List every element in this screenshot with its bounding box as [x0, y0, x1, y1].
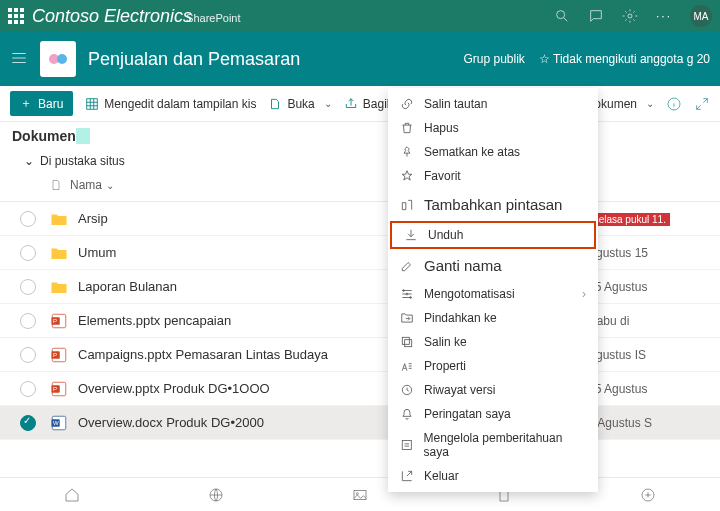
- select-circle[interactable]: [20, 347, 36, 363]
- svg-point-1: [628, 14, 632, 18]
- context-menu: Salin tautanHapusSematkan ke atasFavorit…: [388, 88, 598, 492]
- new-button[interactable]: ＋ Baru: [10, 91, 73, 116]
- site-header: Penjualan dan Pemasaran Grup publik ☆ Ti…: [0, 32, 720, 86]
- file-modified: Rabu di: [588, 314, 708, 328]
- library-title-row: Dokumen: [0, 122, 720, 150]
- svg-rect-26: [354, 490, 366, 499]
- menu-item-exit[interactable]: Keluar: [388, 464, 598, 488]
- svg-point-27: [356, 492, 358, 494]
- site-logo[interactable]: [40, 41, 76, 77]
- app-launcher-icon[interactable]: [8, 8, 24, 24]
- avatar[interactable]: MA: [690, 5, 712, 27]
- open-button[interactable]: Buka⌄: [268, 97, 331, 111]
- file-row[interactable]: WOverview.docx Produk DG•20001 Agustus S: [0, 406, 720, 440]
- menu-item-trash[interactable]: Hapus: [388, 116, 598, 140]
- file-row[interactable]: ArsipSelasa pukul 11.: [0, 202, 720, 236]
- edit-grid-button[interactable]: Mengedit dalam tampilan kis: [85, 97, 256, 111]
- add-icon[interactable]: [640, 487, 656, 503]
- menu-item-rename[interactable]: Ganti nama: [388, 249, 598, 282]
- select-circle[interactable]: [20, 279, 36, 295]
- command-bar: ＋ Baru Mengedit dalam tampilan kis Buka⌄…: [0, 86, 720, 122]
- select-circle[interactable]: [20, 211, 36, 227]
- file-type-column[interactable]: [50, 178, 70, 195]
- menu-label: Tambahkan pintasan: [424, 196, 562, 213]
- select-circle[interactable]: [20, 313, 36, 329]
- menu-label: Salin ke: [424, 335, 467, 349]
- menu-label: Unduh: [428, 228, 463, 242]
- menu-item-history[interactable]: Riwayat versi: [388, 378, 598, 402]
- svg-point-0: [557, 11, 565, 19]
- menu-item-link[interactable]: Salin tautan: [388, 92, 598, 116]
- menu-item-alert[interactable]: Peringatan saya: [388, 402, 598, 426]
- svg-text:W: W: [53, 420, 59, 426]
- menu-label: Riwayat versi: [424, 383, 495, 397]
- svg-rect-24: [402, 440, 411, 449]
- column-header-row: Nama⌄ Diubah + Tambah kolom: [0, 172, 720, 202]
- menu-label: Properti: [424, 359, 466, 373]
- file-list: ArsipSelasa pukul 11.UmumAgustus 15Lapor…: [0, 202, 720, 440]
- site-title: Penjualan dan Pemasaran: [88, 49, 452, 70]
- nav-toggle-icon[interactable]: [10, 49, 28, 70]
- globe-icon[interactable]: [208, 487, 224, 503]
- menu-label: Mengelola pemberitahuan saya: [424, 431, 586, 459]
- file-modified: Agustus IS: [588, 348, 708, 362]
- brand-title: Contoso ElectronicsSharePoint: [32, 6, 554, 27]
- library-title: Dokumen: [12, 128, 90, 144]
- menu-label: Keluar: [424, 469, 459, 483]
- menu-item-manage[interactable]: Mengelola pemberitahuan saya: [388, 426, 598, 464]
- file-modified: 1 Agustus S: [588, 416, 708, 430]
- svg-text:P: P: [53, 386, 57, 392]
- menu-item-move[interactable]: Pindahkan ke: [388, 306, 598, 330]
- file-row[interactable]: PElements.pptx pencapaianRabu di: [0, 304, 720, 338]
- file-modified: 15 Agustus: [588, 382, 708, 396]
- menu-label: Salin tautan: [424, 97, 487, 111]
- tree-node[interactable]: ⌄ Di pustaka situs: [0, 150, 720, 172]
- menu-item-flow[interactable]: Mengotomatisasi›: [388, 282, 598, 306]
- svg-point-3: [57, 54, 67, 64]
- menu-item-star[interactable]: Favorit: [388, 164, 598, 188]
- svg-rect-4: [87, 98, 98, 109]
- chat-icon[interactable]: [588, 8, 604, 24]
- file-modified: 15 Agustus: [588, 280, 708, 294]
- menu-item-pin[interactable]: Sematkan ke atas: [388, 140, 598, 164]
- menu-label: Favorit: [424, 169, 461, 183]
- menu-label: Peringatan saya: [424, 407, 511, 421]
- svg-rect-21: [405, 340, 412, 347]
- menu-item-shortcut[interactable]: Tambahkan pintasan: [388, 188, 598, 221]
- menu-label: Ganti nama: [424, 257, 502, 274]
- settings-icon[interactable]: [622, 8, 638, 24]
- menu-item-download[interactable]: Unduh: [390, 221, 596, 249]
- file-row[interactable]: Laporan Bulanan15 Agustus: [0, 270, 720, 304]
- menu-label: Pindahkan ke: [424, 311, 497, 325]
- group-visibility: Grup publik: [464, 52, 525, 66]
- suite-bar: Contoso ElectronicsSharePoint ··· MA: [0, 0, 720, 32]
- svg-rect-22: [402, 337, 409, 344]
- file-row[interactable]: UmumAgustus 15: [0, 236, 720, 270]
- image-icon[interactable]: [352, 487, 368, 503]
- select-circle[interactable]: [20, 245, 36, 261]
- suite-actions: ··· MA: [554, 5, 712, 27]
- menu-label: Sematkan ke atas: [424, 145, 520, 159]
- menu-label: Hapus: [424, 121, 459, 135]
- chevron-down-icon: ⌄: [24, 154, 34, 168]
- svg-text:P: P: [53, 352, 57, 358]
- file-row[interactable]: PCampaigns.pptx Pemasaran Lintas BudayaA…: [0, 338, 720, 372]
- expand-icon[interactable]: [694, 96, 710, 112]
- select-circle[interactable]: [20, 381, 36, 397]
- search-icon[interactable]: [554, 8, 570, 24]
- info-icon[interactable]: [666, 96, 682, 112]
- select-circle[interactable]: [20, 415, 36, 431]
- home-icon[interactable]: [64, 487, 80, 503]
- menu-item-prop[interactable]: Properti: [388, 354, 598, 378]
- file-row[interactable]: POverview.pptx Produk DG•1OOO15 Agustus: [0, 372, 720, 406]
- bottom-nav: [0, 477, 720, 511]
- more-icon[interactable]: ···: [656, 9, 672, 23]
- svg-text:P: P: [53, 318, 57, 324]
- menu-item-copy[interactable]: Salin ke: [388, 330, 598, 354]
- file-modified: Agustus 15: [588, 246, 708, 260]
- menu-label: Mengotomatisasi: [424, 287, 515, 301]
- follow-status[interactable]: ☆ Tidak mengikuti anggota g 20: [539, 52, 710, 66]
- file-modified: Selasa pukul 11.: [588, 212, 708, 226]
